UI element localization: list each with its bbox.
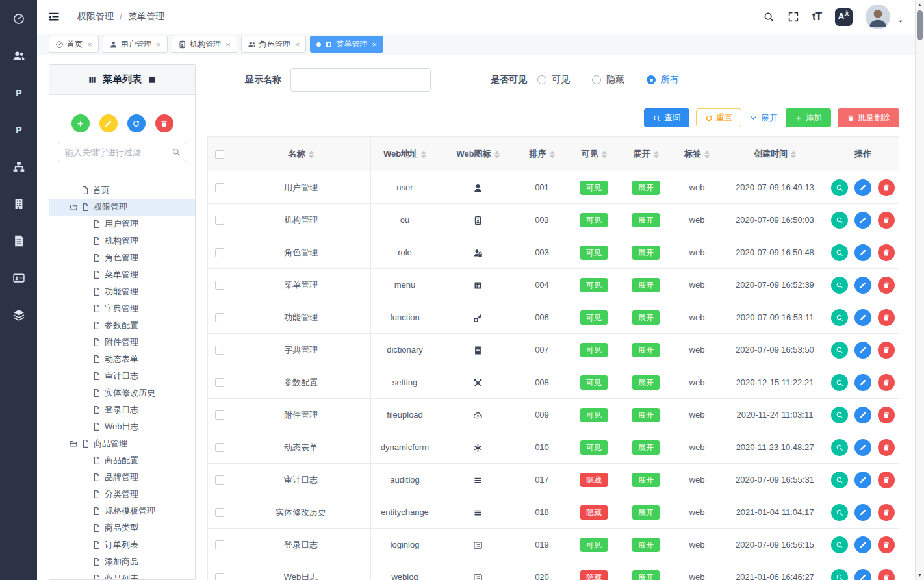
expand-badge[interactable]: 展开 — [632, 343, 660, 357]
row-view-button[interactable] — [831, 244, 848, 261]
sidebar-item-module-p2[interactable] — [0, 111, 37, 148]
sort-caret-icon[interactable] — [654, 151, 659, 158]
tree-item[interactable]: Web日志 — [49, 418, 195, 435]
column-header[interactable]: 展开 — [621, 137, 671, 171]
tree-item[interactable]: 登录日志 — [49, 401, 195, 418]
row-edit-button[interactable] — [854, 342, 871, 359]
row-edit-button[interactable] — [854, 179, 871, 196]
row-view-button[interactable] — [831, 374, 848, 391]
tree-item[interactable]: 商品管理 — [49, 435, 195, 452]
query-button[interactable]: 查询 — [644, 108, 689, 127]
tree-item[interactable]: 商品类型 — [49, 520, 195, 536]
tree-item[interactable]: 机构管理 — [49, 233, 195, 249]
scrollbar-thumb[interactable] — [917, 10, 923, 40]
tree-item[interactable]: 添加商品 — [49, 553, 195, 570]
tree-item[interactable]: 商品列表 — [49, 570, 195, 579]
sidebar-item-module-p1[interactable] — [0, 74, 37, 111]
row-checkbox[interactable] — [215, 573, 224, 580]
row-delete-button[interactable] — [878, 342, 895, 359]
expand-badge[interactable]: 展开 — [632, 408, 660, 422]
row-edit-button[interactable] — [854, 407, 871, 423]
select-all-checkbox[interactable] — [215, 150, 224, 159]
sidebar-item-blog[interactable] — [0, 222, 37, 259]
sort-caret-icon[interactable] — [494, 151, 500, 158]
tab-close-icon[interactable]: × — [157, 40, 162, 49]
tree-item[interactable]: 审计日志 — [49, 368, 195, 385]
row-view-button[interactable] — [831, 212, 848, 229]
user-menu-caret-icon[interactable] — [897, 18, 905, 25]
radio-option[interactable]: 可见 — [537, 74, 570, 86]
batch-delete-button[interactable]: 批量删除 — [838, 108, 899, 127]
tree-item[interactable]: 订单列表 — [49, 536, 195, 553]
display-name-input[interactable] — [290, 68, 431, 92]
delete-node-button[interactable] — [155, 114, 173, 132]
row-view-button[interactable] — [831, 536, 848, 553]
row-delete-button[interactable] — [878, 472, 895, 488]
row-view-button[interactable] — [831, 472, 848, 488]
tree-item[interactable]: 权限管理 — [49, 199, 195, 216]
tab-organization-management[interactable]: 机构管理 × — [172, 36, 237, 53]
sidebar-item-dashboard[interactable] — [0, 0, 37, 37]
tree-item[interactable]: 附件管理 — [49, 334, 195, 351]
row-view-button[interactable] — [831, 504, 848, 521]
tree-item[interactable]: 字典管理 — [49, 300, 195, 317]
row-view-button[interactable] — [831, 179, 848, 196]
expand-badge[interactable]: 展开 — [632, 570, 660, 580]
sidebar-item-layers[interactable] — [0, 296, 37, 333]
tree-item[interactable]: 品牌管理 — [49, 469, 195, 486]
add-button[interactable]: 添加 — [786, 108, 831, 127]
font-size-icon[interactable]: tT — [812, 11, 822, 23]
reset-button[interactable]: 重置 — [696, 108, 741, 127]
row-edit-button[interactable] — [854, 569, 871, 580]
row-checkbox[interactable] — [215, 508, 224, 517]
column-header[interactable]: 排序 — [517, 137, 567, 171]
tree-item[interactable]: 首页 — [49, 182, 195, 199]
row-delete-button[interactable] — [878, 536, 895, 553]
row-edit-button[interactable] — [854, 504, 871, 521]
avatar[interactable] — [866, 5, 890, 29]
tree-item[interactable]: 分类管理 — [49, 486, 195, 503]
row-delete-button[interactable] — [878, 244, 895, 261]
row-delete-button[interactable] — [878, 179, 895, 196]
sidebar-item-organization[interactable] — [0, 185, 37, 222]
sidebar-item-contacts[interactable] — [0, 259, 37, 296]
row-edit-button[interactable] — [854, 212, 871, 229]
sidebar-item-sitemap[interactable] — [0, 148, 37, 185]
row-edit-button[interactable] — [854, 277, 871, 294]
sort-caret-icon[interactable] — [602, 151, 607, 158]
column-header[interactable]: 创建时间 — [723, 137, 827, 171]
tree-item[interactable]: 规格模板管理 — [49, 503, 195, 520]
tree-item[interactable]: 菜单管理 — [49, 266, 195, 283]
sort-caret-icon[interactable] — [550, 151, 555, 158]
row-edit-button[interactable] — [854, 439, 871, 456]
row-edit-button[interactable] — [854, 244, 871, 261]
tree-item[interactable]: 动态表单 — [49, 351, 195, 368]
edit-node-button[interactable] — [99, 114, 118, 132]
column-header[interactable]: Web地址 — [371, 137, 439, 171]
row-checkbox[interactable] — [215, 540, 224, 549]
expand-badge[interactable]: 展开 — [632, 213, 660, 227]
tab-close-icon[interactable]: × — [225, 40, 231, 49]
tree-item[interactable]: 实体修改历史 — [49, 385, 195, 401]
row-delete-button[interactable] — [878, 439, 895, 456]
column-header[interactable]: 可见 — [567, 137, 621, 171]
tab-role-management[interactable]: 角色管理 × — [241, 36, 307, 53]
row-delete-button[interactable] — [878, 309, 895, 326]
row-delete-button[interactable] — [878, 374, 895, 391]
tree-item[interactable]: 商品配置 — [49, 452, 195, 469]
row-edit-button[interactable] — [854, 374, 871, 391]
tree-item[interactable]: 参数配置 — [49, 317, 195, 334]
row-delete-button[interactable] — [878, 212, 895, 229]
expand-badge[interactable]: 展开 — [632, 246, 660, 260]
expand-badge[interactable]: 展开 — [632, 375, 660, 390]
row-checkbox[interactable] — [215, 281, 224, 290]
expand-badge[interactable]: 展开 — [632, 181, 660, 195]
row-checkbox[interactable] — [215, 216, 224, 225]
search-icon[interactable] — [763, 11, 775, 23]
breadcrumb-item[interactable]: 权限管理 — [77, 11, 114, 23]
row-edit-button[interactable] — [854, 472, 871, 488]
expand-badge[interactable]: 展开 — [632, 440, 660, 455]
sort-caret-icon[interactable] — [704, 151, 710, 158]
scroll-down-icon[interactable]: ▼ — [916, 572, 924, 578]
tab-close-icon[interactable]: × — [87, 40, 92, 49]
